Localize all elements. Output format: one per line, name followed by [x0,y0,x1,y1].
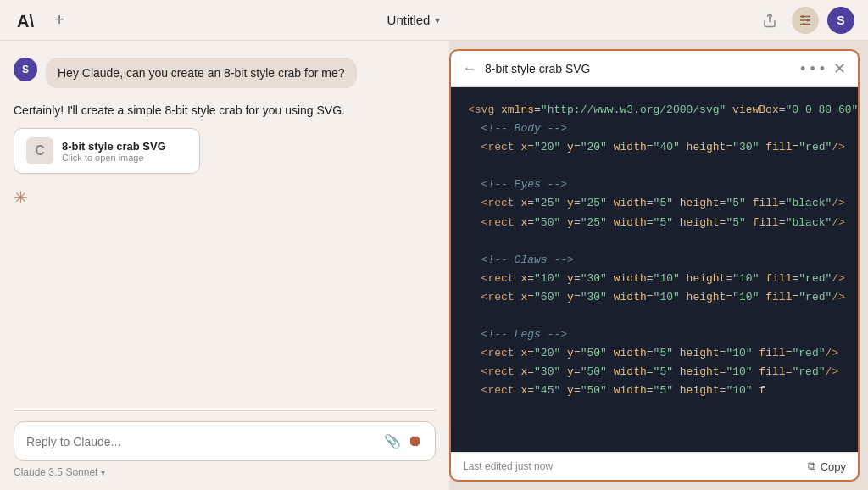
topbar-left: A\ + [14,8,71,32]
title-chevron-icon[interactable]: ▾ [435,14,440,26]
model-name: Claude 3.5 Sonnet [14,466,97,478]
code-line-blank3 [468,307,841,326]
footer-status: Last edited just now [463,460,553,472]
user-bubble: Hey Claude, can you create an 8-bit styl… [46,58,357,88]
more-options-icon[interactable]: • • • [800,60,825,78]
svg-point-4 [801,15,804,18]
code-content: <svg xmlns="http://www.w3.org/2000/svg" … [451,87,858,452]
model-chevron-icon: ▾ [101,468,105,477]
chat-input[interactable] [26,435,384,448]
code-line-7: <!-- Claws --> [468,251,841,270]
chat-panel: S Hey Claude, can you create an 8-bit st… [0,41,449,490]
user-message: S Hey Claude, can you create an 8-bit st… [14,58,436,88]
topbar-center: Untitled ▾ [387,13,441,27]
avatar[interactable]: S [827,7,854,34]
assistant-text: Certainly! I'll create a simple 8-bit st… [14,102,436,120]
copy-button[interactable]: ⧉ Copy [808,459,846,473]
topbar-right: S [756,7,854,34]
artifact-icon: C [26,137,53,164]
code-line-blank2 [468,232,841,251]
claude-loading: ✳ [14,187,436,208]
artifact-card[interactable]: C 8-bit style crab SVG Click to open ima… [14,128,200,174]
page-title: Untitled [387,13,431,27]
code-line-blank1 [468,157,841,175]
main-area: S Hey Claude, can you create an 8-bit st… [0,41,868,490]
svg-point-6 [803,23,805,25]
code-line-6: <rect x="50" y="25" width="5" height="5"… [468,214,841,232]
chat-input-icons: 📎 ⏺ [384,432,423,450]
topbar: A\ + Untitled ▾ S [0,0,868,41]
copy-label: Copy [821,460,846,473]
user-avatar: S [14,58,37,81]
code-panel-header-right: • • • ✕ [800,59,846,78]
code-panel-header: ← 8-bit style crab SVG • • • ✕ [451,51,858,87]
code-line-11: <rect x="20" y="50" width="5" height="10… [468,344,841,363]
code-line-5: <rect x="25" y="25" width="5" height="5"… [468,194,841,213]
code-line-1: <svg xmlns="http://www.w3.org/2000/svg" … [468,101,841,120]
code-panel-footer: Last edited just now ⧉ Copy [451,452,858,480]
assistant-message: Certainly! I'll create a simple 8-bit st… [14,102,436,174]
svg-text:A\: A\ [17,12,34,31]
code-line-10: <!-- Legs --> [468,326,841,344]
chat-messages: S Hey Claude, can you create an 8-bit st… [14,58,436,400]
share-button[interactable] [756,7,783,34]
code-panel-close-button[interactable]: ✕ [833,59,846,78]
code-line-4: <!-- Eyes --> [468,175,841,194]
code-line-8: <rect x="10" y="30" width="10" height="1… [468,270,841,288]
code-line-12: <rect x="30" y="50" width="5" height="10… [468,363,841,381]
svg-point-5 [806,19,809,21]
sparkle-icon: ✳ [14,187,28,208]
code-line-13: <rect x="45" y="50" width="5" height="10… [468,381,841,400]
code-line-3: <rect x="20" y="20" width="40" height="3… [468,138,841,157]
artifact-title: 8-bit style crab SVG [62,140,166,153]
anthropic-logo: A\ [14,8,37,32]
code-line-9: <rect x="60" y="30" width="10" height="1… [468,288,841,307]
new-chat-button[interactable]: + [47,8,71,32]
settings-button[interactable] [792,7,819,34]
code-panel-header-left: ← 8-bit style crab SVG [463,61,591,76]
artifact-info: 8-bit style crab SVG Click to open image [62,140,166,163]
code-panel-title: 8-bit style crab SVG [485,62,591,75]
chat-input-box: 📎 ⏺ [14,421,436,461]
artifact-subtitle: Click to open image [62,153,166,163]
code-panel-back-button[interactable]: ← [463,61,476,76]
code-line-2: <!-- Body --> [468,120,841,138]
code-panel: ← 8-bit style crab SVG • • • ✕ <svg xmln… [449,49,860,482]
model-selector[interactable]: Claude 3.5 Sonnet ▾ [14,461,436,478]
chat-input-area: 📎 ⏺ Claude 3.5 Sonnet ▾ [14,410,436,490]
attach-icon[interactable]: 📎 [384,433,401,449]
record-icon[interactable]: ⏺ [408,432,423,450]
copy-icon: ⧉ [808,459,815,473]
